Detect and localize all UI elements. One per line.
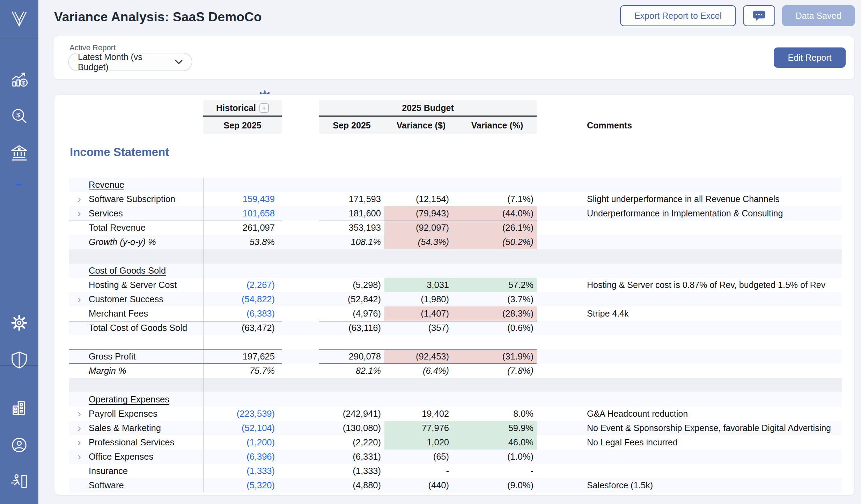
variance-dollar-value: (1,407) [384,306,458,321]
budget-value: (242,941) [319,407,384,421]
budget-value: (4,976) [319,306,384,321]
variance-table: Historical + 2025 Budget Sep 2025 Sep 20… [69,100,842,134]
row-label: Customer Success [89,294,163,304]
user-profile-icon[interactable] [9,435,29,455]
budget-value: (52,842) [319,292,384,306]
variance-dollar-value: (6.4%) [384,364,458,378]
section-header-row: Revenue [69,178,842,192]
historical-value[interactable]: (223,539) [203,407,282,421]
budget-value: (5,298) [319,278,384,292]
row-label: Revenue [89,180,124,190]
historical-value[interactable]: (54,822) [203,292,282,306]
table-row: Insurance (1,333) (1,333) - - [69,464,842,478]
comment-cell[interactable]: Slight underperformance in all Revenue C… [537,192,842,206]
historical-value[interactable]: (1,333) [203,464,282,478]
historical-value: 75.7% [203,364,282,378]
bank-icon[interactable] [9,143,29,163]
comment-cell[interactable] [537,464,842,478]
shield-icon[interactable] [9,350,29,370]
export-excel-button[interactable]: Export Report to Excel [620,5,736,26]
historical-value[interactable]: (6,396) [203,450,282,464]
table-row: › Software Subscription 159,439 171,593 … [69,192,842,206]
variance-percent-value: (1.0%) [458,450,537,464]
row-label: Gross Profit [89,351,136,362]
budget-value: (6,331) [319,450,384,464]
variance-dollar-value [384,392,458,407]
row-label: Payroll Expenses [89,409,157,419]
variance-dollar-value: (65) [384,450,458,464]
variance-percent-value: (31.9%) [458,349,537,364]
row-label: Software [89,480,124,490]
historical-value: 261,097 [203,221,282,235]
historical-value[interactable]: (52,104) [203,421,282,435]
comment-cell[interactable]: Hosting & Server cost is 0.87% of Rev, b… [537,278,842,292]
comment-cell[interactable]: Stripe 4.4k [537,306,842,321]
variance-dollar-value: (54.3%) [384,235,458,249]
historical-value: 53.8% [203,235,282,249]
settings-gear-icon[interactable] [9,313,29,333]
comment-cell[interactable] [537,264,842,278]
comment-cell[interactable] [537,392,842,407]
row-label: Merchant Fees [89,309,148,319]
add-historical-column-button[interactable]: + [259,103,269,113]
row-label: Office Expenses [89,452,153,462]
historical-value[interactable]: 101,658 [203,206,282,221]
comment-cell[interactable] [537,221,842,235]
expand-chevron-icon[interactable]: › [78,294,81,304]
variance-percent-value: (28.3%) [458,306,537,321]
spacer-row [69,249,842,264]
comment-cell[interactable] [537,349,842,364]
row-label: Services [89,208,123,218]
table-row: Software (5,320) (4,880) (440) (9.0%) Sa… [69,478,842,492]
comment-cell[interactable]: No Legal Fees incurred [537,435,842,450]
budget-value: 353,193 [319,221,384,235]
expand-chevron-icon[interactable]: › [78,451,81,461]
expand-chevron-icon[interactable]: › [78,193,81,204]
budget-value: 181,600 [319,206,384,221]
comment-cell[interactable]: No Event & Sponsorship Expense, favorabl… [537,421,842,435]
comment-cell[interactable]: Salesforce (1.5k) [537,478,842,492]
historical-value[interactable]: 159,439 [203,192,282,206]
chat-button[interactable] [743,5,775,26]
historical-value[interactable]: (6,383) [203,306,282,321]
variance-dollar-value [384,178,458,192]
expand-chevron-icon[interactable]: › [78,408,81,418]
budget-value [319,392,384,407]
buildings-icon[interactable] [9,398,29,418]
historical-value[interactable]: (5,320) [203,478,282,492]
variance-percent-value [458,264,537,278]
comment-cell[interactable] [537,235,842,249]
comment-cell[interactable] [537,364,842,378]
logout-icon[interactable] [9,472,29,491]
comment-cell[interactable]: G&A Headcount reduction [537,407,842,421]
comment-cell[interactable]: Underperformance in Implementation & Con… [537,206,842,221]
expand-chevron-icon[interactable]: › [78,208,81,218]
historical-label: Historical [216,103,256,113]
budget-value: 82.1% [319,364,384,378]
report-select[interactable]: Latest Month (vs Budget) [68,53,192,71]
data-saved-button[interactable]: Data Saved [782,5,855,26]
edit-report-button[interactable]: Edit Report [774,47,846,68]
row-label: Growth (y-o-y) % [89,237,156,247]
historical-value [203,178,282,192]
comment-cell[interactable] [537,321,842,335]
app-logo[interactable] [0,0,38,38]
variance-percent-value: - [458,464,537,478]
historical-value[interactable]: (2,267) [203,278,282,292]
expand-chevron-icon[interactable]: › [78,422,81,433]
row-label: Total Revenue [89,223,146,233]
comment-cell[interactable] [537,450,842,464]
table-row: Merchant Fees (6,383) (4,976) (1,407) (2… [69,306,842,321]
expand-chevron-icon[interactable]: › [78,437,81,447]
historical-value[interactable]: (1,200) [203,435,282,450]
comment-cell[interactable] [537,292,842,306]
row-label: Cost of Goods Sold [89,266,166,276]
variance-percent-value: 59.9% [458,421,537,435]
comment-cell[interactable] [537,178,842,192]
logo-icon [9,8,30,29]
financial-chart-icon[interactable]: $ [9,70,29,89]
variance-percent-value: 46.0% [458,435,537,450]
comments-header: Comments [537,117,842,134]
sidebar-divider [0,365,38,366]
search-dollar-icon[interactable]: $ [9,107,29,126]
